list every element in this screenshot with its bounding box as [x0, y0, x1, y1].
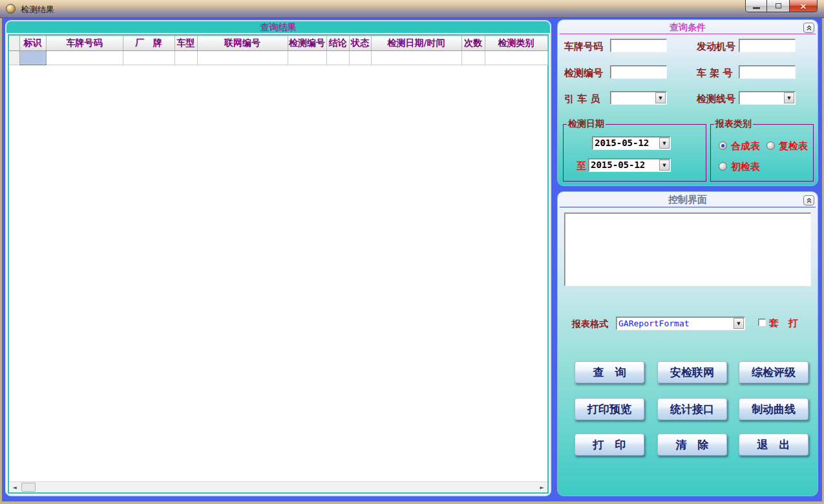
report-format-label: 报表格式 — [572, 319, 608, 330]
col-header-conclusion: 结论 — [326, 36, 349, 51]
report-type-group-title: 报表类别 — [714, 118, 753, 130]
overlay-print-checkbox[interactable] — [758, 319, 766, 326]
query-button[interactable]: 查 询 — [575, 361, 644, 383]
date-from-select[interactable]: 2015-05-12 ▼ — [592, 136, 671, 150]
line-number-select[interactable]: ▼ — [739, 91, 796, 105]
inspect-date-group: 检测日期 2015-05-12 ▼ 至 2015-05-12 ▼ — [563, 118, 706, 182]
brake-curve-button[interactable]: 制动曲线 — [739, 398, 808, 420]
chevron-down-icon[interactable]: ▼ — [655, 92, 666, 103]
scroll-right-icon[interactable]: ► — [536, 482, 547, 492]
horizontal-scrollbar[interactable]: ◄ ► — [9, 481, 547, 492]
inspect-number-label: 检测编号 — [564, 67, 603, 79]
row-selector-header — [9, 36, 19, 51]
driver-select[interactable]: ▼ — [610, 91, 667, 105]
clear-button[interactable]: 清 除 — [657, 434, 727, 456]
close-icon: × — [800, 1, 807, 11]
plate-number-input[interactable] — [610, 39, 667, 52]
stats-interface-button[interactable]: 统计接口 — [657, 398, 727, 420]
report-format-select[interactable]: GAReportFormat ▼ — [616, 317, 745, 330]
table-cell[interactable] — [371, 51, 461, 65]
table-cell[interactable] — [349, 51, 371, 65]
window-title: 检测结果 — [21, 4, 54, 16]
radio-recheck-report[interactable] — [766, 142, 775, 150]
table-cell[interactable] — [174, 51, 197, 65]
col-header-inspect-no: 检测编号 — [288, 36, 326, 51]
vin-input[interactable] — [739, 65, 796, 79]
log-textarea[interactable] — [564, 213, 811, 286]
maximize-icon — [776, 3, 781, 8]
minimize-button[interactable] — [745, 0, 767, 12]
col-header-status: 状态 — [349, 36, 371, 51]
table-cell[interactable] — [461, 51, 485, 65]
engine-number-input[interactable] — [739, 39, 796, 52]
radio-composite-report[interactable] — [719, 142, 727, 150]
print-preview-button[interactable]: 打印预览 — [575, 398, 644, 420]
driver-label: 引 车 员 — [564, 93, 600, 105]
control-panel-title: 控制界面 — [558, 194, 818, 206]
overlay-print-label: 套 打 — [769, 317, 798, 330]
title-divider — [560, 207, 816, 207]
print-button[interactable]: 打 印 — [575, 434, 644, 456]
table-cell[interactable] — [123, 51, 174, 65]
title-divider — [560, 34, 816, 34]
selected-cell[interactable] — [19, 51, 46, 65]
chevron-down-icon[interactable]: ▼ — [659, 138, 670, 149]
chevron-down-icon[interactable]: ▼ — [659, 160, 670, 171]
chevron-down-icon[interactable]: ▼ — [734, 318, 744, 329]
inspect-number-input[interactable] — [610, 65, 667, 79]
col-header-flag: 标识 — [19, 36, 46, 51]
table-header-row: 标识 车牌号码 厂 牌 车型 联网编号 检测编号 结论 状态 检测日期/时间 次… — [9, 36, 547, 51]
plate-number-label: 车牌号码 — [564, 41, 603, 53]
scroll-left-icon[interactable]: ◄ — [9, 482, 20, 492]
col-header-datetime: 检测日期/时间 — [371, 36, 461, 51]
table-cell[interactable] — [197, 51, 288, 65]
table-row — [9, 51, 547, 65]
report-type-group: 报表类别 合成表 复检表 初检表 — [710, 118, 814, 182]
query-results-panel: 查询结果 标识 车牌号码 厂 牌 车型 联网编号 检测编号 — [5, 20, 551, 496]
title-bar: 检测结果 × — [0, 0, 824, 18]
table-cell[interactable] — [326, 51, 349, 65]
table-cell[interactable] — [485, 51, 547, 65]
query-panel-title: 查询条件 — [558, 22, 818, 34]
chevron-down-icon[interactable]: ▼ — [784, 92, 794, 103]
col-header-network-no: 联网编号 — [197, 36, 288, 51]
exit-button[interactable]: 退 出 — [739, 434, 808, 456]
results-table: 标识 车牌号码 厂 牌 车型 联网编号 检测编号 结论 状态 检测日期/时间 次… — [9, 36, 548, 65]
safety-network-button[interactable]: 安检联网 — [657, 361, 727, 383]
table-cell[interactable] — [288, 51, 326, 65]
results-panel-title: 查询结果 — [6, 21, 550, 33]
engine-number-label: 发动机号 — [697, 41, 735, 53]
chevron-up-icon — [806, 25, 812, 31]
collapse-panel-button[interactable] — [803, 23, 814, 33]
control-interface-panel: 控制界面 报表格式 GAReportFormat ▼ 套 打 查 询 安检联网 … — [557, 191, 818, 496]
table-cell[interactable] — [46, 51, 123, 65]
line-number-label: 检测线号 — [697, 93, 735, 105]
rating-button[interactable]: 综检评级 — [739, 361, 808, 383]
radio-recheck-label: 复检表 — [779, 140, 808, 152]
col-header-category: 检测类别 — [485, 36, 547, 51]
row-selector-cell[interactable] — [9, 51, 19, 65]
radio-composite-label: 合成表 — [731, 140, 760, 152]
col-header-plate: 车牌号码 — [46, 36, 123, 51]
results-grid-area: 标识 车牌号码 厂 牌 车型 联网编号 检测编号 结论 状态 检测日期/时间 次… — [8, 34, 549, 494]
radio-initial-report[interactable] — [719, 162, 727, 171]
date-to-select[interactable]: 2015-05-12 ▼ — [588, 158, 671, 172]
chevron-up-icon — [806, 197, 812, 204]
col-header-count: 次数 — [461, 36, 485, 51]
date-to-label: 至 — [576, 160, 586, 173]
inspect-date-group-title: 检测日期 — [567, 118, 606, 130]
scrollbar-thumb[interactable] — [21, 483, 36, 492]
col-header-model: 车型 — [174, 36, 197, 51]
radio-initial-label: 初检表 — [731, 161, 760, 173]
maximize-button[interactable] — [767, 0, 789, 12]
vin-label: 车 架 号 — [697, 67, 732, 79]
app-icon — [6, 4, 16, 14]
col-header-brand: 厂 牌 — [123, 36, 174, 51]
query-conditions-panel: 查询条件 车牌号码 发动机号 检测编号 车 架 号 引 车 员 ▼ 检测线号 ▼… — [557, 19, 818, 186]
window-client-area: 查询结果 标识 车牌号码 厂 牌 车型 联网编号 检测编号 — [2, 18, 822, 501]
close-button[interactable]: × — [789, 0, 818, 12]
minimize-icon — [753, 7, 760, 9]
collapse-panel-button[interactable] — [803, 195, 814, 205]
